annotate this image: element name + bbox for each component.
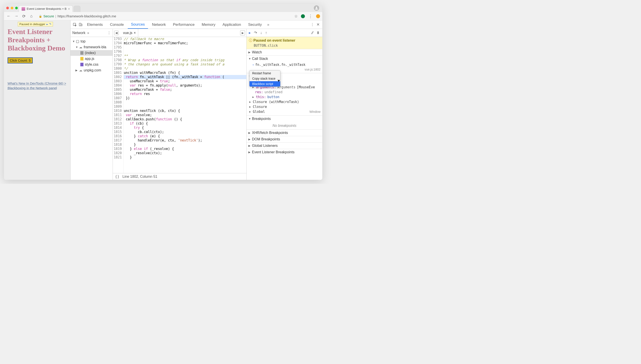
tab-security[interactable]: Security — [245, 20, 265, 29]
titlebar: Event Listener Breakpoints + B × — [4, 4, 322, 12]
page-viewport: Event Listener Breakpoints + Blackboxing… — [4, 20, 70, 180]
browser-window: Event Listener Breakpoints + B × ← → ⟳ ⌂… — [4, 4, 322, 180]
device-toggle-icon[interactable] — [78, 22, 83, 27]
back-button[interactable]: ← — [6, 14, 11, 19]
section-breakpoints[interactable]: ▼Breakpoints — [246, 116, 322, 122]
devtools-close-icon[interactable]: ✕ — [316, 22, 320, 27]
settings-kebab-icon[interactable]: ⋮ — [310, 22, 315, 27]
file-icon — [80, 51, 84, 55]
tab-strip: Event Listener Breakpoints + B × — [19, 5, 80, 12]
no-breakpoints-label: No breakpoints — [246, 122, 322, 130]
url-text: https://framework-blackboxing.glitch.me — [58, 14, 116, 18]
resume-icon[interactable]: ▸ — [249, 30, 251, 35]
scope-closure-1[interactable]: ▶Closure (withMacroTask) — [249, 100, 320, 104]
lock-icon: 🔒 — [39, 15, 42, 18]
page-title: Event Listener Breakpoints + Blackboxing… — [8, 28, 67, 52]
braces-icon[interactable]: { } — [116, 175, 119, 179]
cloud-icon: ☁ — [79, 45, 82, 49]
scope-this[interactable]: ▶this: button — [249, 94, 320, 100]
new-tab-button[interactable] — [74, 6, 80, 12]
window-controls — [6, 7, 18, 9]
close-icon[interactable]: × — [134, 31, 136, 35]
devtools-tabs: Elements Console Sources Network Perform… — [70, 20, 322, 29]
editor-tab-vuejs[interactable]: vue.js × — [121, 29, 138, 37]
deactivate-breakpoints-icon[interactable]: ⁄⁄ — [312, 31, 313, 35]
kebab-menu-icon[interactable]: ⋮ — [308, 14, 313, 19]
more-tabs-icon[interactable]: » — [266, 22, 271, 27]
maximize-window-button[interactable] — [15, 7, 18, 9]
run-snippet-icon[interactable]: ▶ — [240, 30, 245, 36]
section-call-stack[interactable]: ▼Call Stack — [246, 56, 322, 62]
context-menu: Restart frame Copy stack trace Blackbox … — [249, 70, 280, 87]
close-window-button[interactable] — [6, 7, 9, 9]
tree-file-index[interactable]: (index) — [70, 50, 112, 56]
cloud-icon: ☁ — [79, 68, 82, 72]
tab-memory[interactable]: Memory — [198, 20, 218, 29]
code-editor[interactable]: 1793179417951796179717981799180018011802… — [113, 37, 246, 173]
tab-network[interactable]: Network — [149, 20, 169, 29]
debugger-pane: ▸ ↷ ↓ ↑ ⁄⁄ ⏸ ⓘ Paused on event listener … — [246, 29, 322, 180]
pause-exceptions-icon[interactable]: ⏸ — [316, 31, 320, 35]
navigator-kebab-icon[interactable]: ⋮ — [107, 31, 111, 35]
forward-button[interactable]: → — [14, 14, 19, 19]
content-row: Event Listener Breakpoints + Blackboxing… — [4, 20, 322, 180]
svg-point-0 — [316, 7, 317, 8]
scope-res: res: undefined — [249, 90, 320, 94]
step-into-icon[interactable]: ↓ — [260, 31, 262, 35]
minimize-window-button[interactable] — [11, 7, 13, 9]
ctx-restart-frame[interactable]: Restart frame — [250, 70, 280, 76]
ctx-blackbox-script[interactable]: Blackbox script — [250, 81, 280, 86]
tree-domain[interactable]: ▼☁framework-bla — [70, 44, 112, 50]
navigator-tab[interactable]: Network — [72, 31, 86, 35]
step-over-icon[interactable]: ↷ — [254, 30, 257, 35]
window-icon: ▢ — [76, 39, 79, 44]
paused-label: Paused in debugger — [19, 22, 45, 26]
omnibox[interactable]: 🔒 Secure | https://framework-blackboxing… — [36, 14, 292, 18]
section-dom-breakpoints[interactable]: ▶DOM Breakpoints — [246, 136, 322, 142]
nav-back-icon[interactable]: ◀ — [114, 31, 119, 35]
bookmark-star-icon[interactable]: ☆ — [294, 14, 298, 19]
cursor-position: Line 1802, Column 51 — [122, 175, 157, 179]
navigator-more-icon[interactable]: » — [87, 31, 89, 35]
tab-sources[interactable]: Sources — [128, 20, 148, 29]
profile-avatar[interactable] — [314, 5, 319, 11]
extension-alert-icon[interactable] — [316, 14, 320, 18]
js-file-icon — [80, 57, 84, 60]
home-button[interactable]: ⌂ — [29, 14, 34, 19]
inspect-element-icon[interactable] — [72, 22, 77, 27]
step-mini-icon[interactable]: ↷ — [49, 22, 52, 26]
editor-statusbar: { } Line 1802, Column 51 — [113, 173, 246, 180]
browser-tab-active[interactable]: Event Listener Breakpoints + B × — [19, 5, 73, 12]
extension-icon[interactable] — [301, 14, 305, 18]
ctx-copy-stack-trace[interactable]: Copy stack trace — [250, 76, 280, 81]
tab-performance[interactable]: Performance — [170, 20, 198, 29]
svg-rect-3 — [81, 24, 82, 26]
tree-file-appjs[interactable]: app.js — [70, 56, 112, 62]
address-bar: ← → ⟳ ⌂ 🔒 Secure | https://framework-bla… — [4, 12, 322, 20]
code-lines: // fallback to macromicroTimerFunc = mac… — [124, 37, 246, 173]
reload-button[interactable]: ⟳ — [21, 14, 26, 19]
scope-global[interactable]: ▶GlobalWindow — [249, 109, 320, 114]
tree-top[interactable]: ▼▢top — [70, 38, 112, 44]
svg-rect-2 — [79, 23, 81, 26]
close-tab-icon[interactable]: × — [68, 7, 70, 11]
section-global-listeners[interactable]: ▶Global Listeners — [246, 142, 322, 149]
pause-message: ⓘ Paused on event listener BUTTON.click — [246, 37, 322, 49]
section-event-listener-breakpoints[interactable]: ▶Event Listener Breakpoints — [246, 149, 322, 155]
call-stack-frame[interactable]: ➔ fn._withTask.fn._withTask — [252, 62, 320, 67]
tree-file-stylecss[interactable]: style.css — [70, 62, 112, 68]
devtools-panel: Elements Console Sources Network Perform… — [70, 20, 322, 180]
scope-closure-2[interactable]: ▶Closure — [249, 104, 320, 109]
tab-title: Event Listener Breakpoints + B — [27, 7, 66, 10]
click-count-button[interactable]: Click Count: 5 — [8, 58, 33, 64]
section-watch[interactable]: ▶Watch — [246, 49, 322, 56]
tab-application[interactable]: Application — [220, 20, 244, 29]
tab-console[interactable]: Console — [107, 20, 127, 29]
tab-elements[interactable]: Elements — [84, 20, 106, 29]
resume-mini-icon[interactable]: ▸ — [46, 22, 48, 26]
paused-in-debugger-badge: Paused in debugger ▸ ↷ — [18, 22, 53, 26]
step-out-icon[interactable]: ↑ — [265, 31, 267, 35]
tree-cdn[interactable]: ▶☁unpkg.com — [70, 68, 112, 73]
article-link[interactable]: What's New In DevTools (Chrome 66) > Bla… — [8, 81, 67, 90]
section-xhr-breakpoints[interactable]: ▶XHR/fetch Breakpoints — [246, 130, 322, 136]
